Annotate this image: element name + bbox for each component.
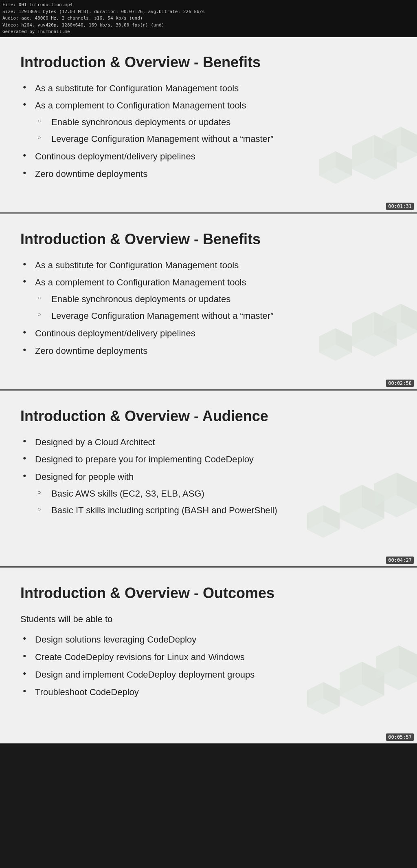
slide-4-timestamp: 00:05:57 [386, 733, 414, 741]
slide-1-bullet-list: As a substitute for Configuration Manage… [20, 82, 397, 181]
list-item: As a complement to Configuration Managem… [20, 276, 397, 322]
svg-marker-25 [397, 473, 417, 506]
slide-2-timestamp: 00:02:58 [386, 380, 414, 387]
slide-1: Introduction & Overview - Benefits As a … [0, 37, 417, 213]
slide-1-title: Introduction & Overview - Benefits [20, 53, 397, 71]
list-item: As a substitute for Configuration Manage… [20, 259, 397, 272]
list-item: Leverage Configuration Management withou… [35, 133, 397, 146]
slide-3-bullet-list: Designed by a Cloud Architect Designed t… [20, 436, 397, 517]
slide-3-title: Introduction & Overview - Audience [20, 407, 397, 425]
slide-1-timestamp: 00:01:31 [386, 203, 414, 210]
list-item: Designed to prepare you for implementing… [20, 453, 397, 466]
list-item: As a complement to Configuration Managem… [20, 99, 397, 145]
slide-2-title: Introduction & Overview - Benefits [20, 230, 397, 248]
list-item: Continous deployment/delivery pipelines [20, 327, 397, 340]
list-item: Enable synchronous deployments or update… [35, 293, 397, 306]
list-item: Leverage Configuration Management withou… [35, 310, 397, 322]
list-item: Design solutions leveraging CodeDeploy [20, 634, 397, 646]
sub-list: Basic AWS skills (EC2, S3, ELB, ASG) Bas… [35, 488, 397, 517]
file-info-line4: Video: h264, yuv420p, 1280x640, 169 kb/s… [2, 22, 415, 29]
slide-2-bullet-list: As a substitute for Configuration Manage… [20, 259, 397, 358]
list-item: Design and implement CodeDeploy deployme… [20, 669, 397, 681]
list-item: Troubleshoot CodeDeploy [20, 686, 397, 699]
file-info-bar: File: 001 Introduction.mp4 Size: 1291869… [0, 0, 417, 37]
list-item: Designed by a Cloud Architect [20, 436, 397, 449]
slide-4-title: Introduction & Overview - Outcomes [20, 584, 397, 602]
file-info-line3: Audio: aac, 48000 Hz, 2 channels, s16, 5… [2, 15, 415, 22]
list-item: Enable synchronous deployments or update… [35, 116, 397, 129]
list-item: As a substitute for Configuration Manage… [20, 82, 397, 95]
list-item: Continous deployment/delivery pipelines [20, 150, 397, 163]
slide-3-timestamp: 00:04:27 [386, 557, 414, 564]
file-info-line1: File: 001 Introduction.mp4 [2, 2, 415, 9]
list-item: Zero downtime deployments [20, 345, 397, 358]
slide-3: Introduction & Overview - Audience Desig… [0, 391, 417, 567]
sub-list: Enable synchronous deployments or update… [35, 116, 397, 146]
list-item: Designed for people with Basic AWS skill… [20, 471, 397, 517]
list-item: Basic IT skills including scripting (BAS… [35, 504, 397, 517]
sub-list: Enable synchronous deployments or update… [35, 293, 397, 322]
file-info-line5: Generated by Thumbnail.me [2, 29, 415, 35]
slide-4-bullet-list: Design solutions leveraging CodeDeploy C… [20, 634, 397, 698]
svg-marker-7 [401, 127, 417, 155]
list-item: Create CodeDeploy revisions for Linux an… [20, 651, 397, 664]
svg-marker-34 [399, 645, 417, 679]
list-item: Basic AWS skills (EC2, S3, ELB, ASG) [35, 488, 397, 500]
file-info-line2: Size: 12918691 bytes (12.03 MiB), durati… [2, 9, 415, 15]
slide-4: Introduction & Overview - Outcomes Stude… [0, 568, 417, 744]
list-item: Zero downtime deployments [20, 168, 397, 181]
svg-marker-16 [401, 304, 417, 331]
slide-2: Introduction & Overview - Benefits As a … [0, 214, 417, 390]
slide-4-students-text: Students will be able to [20, 613, 397, 626]
